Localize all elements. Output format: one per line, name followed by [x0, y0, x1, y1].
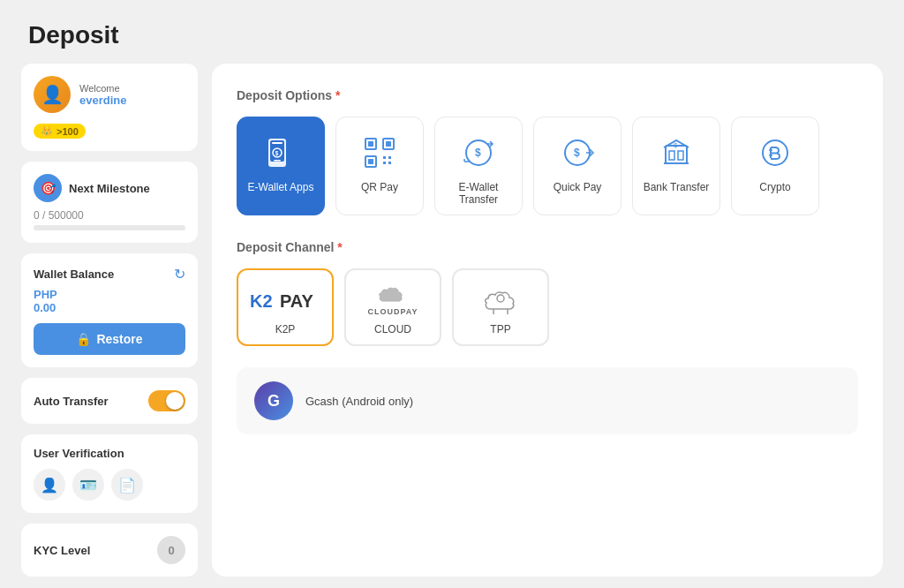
restore-button[interactable]: 🔒 Restore [34, 323, 185, 355]
cloud-label: CLOUD [374, 323, 411, 335]
tpp-logo [481, 284, 520, 316]
verification-label: User Verification [34, 447, 185, 460]
doc-verif-icon: 📄 [111, 469, 143, 501]
cloud-logo: CLOUDPAY [367, 284, 418, 316]
milestone-label: Next Milestone [69, 182, 150, 195]
svg-rect-14 [383, 162, 386, 164]
vip-badge: 👑 >100 [34, 124, 86, 139]
milestone-card: 🎯 Next Milestone 0 / 500000 [21, 162, 198, 243]
verification-card: User Verification 👤 🪪 📄 [21, 434, 198, 513]
milestone-progress: 0 / 500000 [34, 209, 185, 222]
svg-text:PAY: PAY [280, 291, 313, 311]
deposit-options: $ E-Wallet Apps [237, 117, 858, 215]
user-info-card: 👤 Welcome everdine 👑 >100 [21, 64, 198, 151]
svg-point-32 [497, 295, 504, 302]
svg-rect-9 [386, 141, 391, 147]
channel-cloud[interactable]: CLOUDPAY CLOUD [344, 268, 441, 346]
k2p-logo: K2 PAY [250, 284, 320, 316]
option-bank-transfer[interactable]: $ Bank Transfer [632, 117, 720, 215]
svg-rect-12 [383, 156, 386, 159]
deposit-channels: Deposit Channel * K2 PAY K2P [237, 240, 858, 346]
option-crypto[interactable]: Crypto [731, 117, 819, 215]
auto-transfer-card: Auto Transfer [21, 378, 198, 424]
auto-transfer-label: Auto Transfer [34, 395, 109, 408]
ewallet-transfer-label: E-Wallet Transfer [442, 181, 515, 206]
bank-transfer-label: Bank Transfer [644, 181, 710, 193]
restore-icon: 🔒 [76, 332, 91, 346]
bank-transfer-icon: $ [655, 132, 697, 174]
svg-rect-16 [386, 159, 388, 162]
gcash-label: Gcash (Android only) [305, 395, 413, 408]
svg-text:$: $ [475, 147, 481, 159]
channel-options: K2 PAY K2P CLOUDPAY CLOUD [237, 268, 858, 346]
svg-rect-24 [678, 151, 683, 160]
quick-pay-icon: $ [556, 132, 599, 174]
svg-rect-5 [274, 160, 281, 162]
wallet-card: Wallet Balance ↻ PHP 0.00 🔒 Restore [21, 253, 198, 367]
refresh-icon[interactable]: ↻ [174, 266, 185, 283]
tpp-label: TPP [490, 323, 510, 335]
svg-text:$: $ [674, 141, 678, 149]
channel-tpp[interactable]: TPP [452, 268, 549, 346]
avatar: 👤 [34, 76, 71, 113]
svg-rect-11 [368, 159, 373, 164]
gcash-logo: G [254, 381, 293, 420]
svg-text:$: $ [275, 150, 279, 157]
username: everdine [79, 94, 126, 107]
kyc-badge: 0 [157, 536, 185, 564]
option-quick-pay[interactable]: $ Quick Pay [533, 117, 622, 215]
wallet-amount: 0.00 [34, 301, 185, 314]
deposit-channel-title: Deposit Channel * [237, 240, 858, 254]
option-ewallet-transfer[interactable]: $ E-Wallet Transfer [434, 117, 523, 215]
page-title: Deposit [0, 0, 904, 64]
svg-rect-7 [368, 141, 373, 147]
svg-text:$: $ [574, 147, 580, 159]
k2p-label: K2P [275, 323, 296, 335]
ewallet-apps-icon: $ [260, 132, 302, 174]
crown-icon: 👑 [41, 125, 53, 137]
id-verif-icon: 🪪 [72, 469, 104, 501]
svg-rect-23 [669, 151, 674, 160]
qr-pay-label: QR Pay [361, 181, 398, 193]
ewallet-apps-label: E-Wallet Apps [248, 181, 314, 193]
channel-k2p[interactable]: K2 PAY K2P [237, 268, 334, 346]
option-qr-pay[interactable]: QR Pay [335, 117, 424, 215]
kyc-card: KYC Level 0 [21, 524, 198, 577]
gcash-section[interactable]: G Gcash (Android only) [237, 367, 858, 434]
option-ewallet-apps[interactable]: $ E-Wallet Apps [237, 117, 325, 215]
deposit-options-title: Deposit Options * [237, 88, 858, 102]
main-content: Deposit Options * $ E-Wallet Apps [212, 64, 883, 577]
wallet-label: Wallet Balance [34, 268, 114, 281]
crypto-icon [754, 132, 796, 174]
svg-rect-15 [388, 162, 391, 164]
wallet-currency: PHP [34, 288, 185, 301]
qr-pay-icon [358, 132, 401, 174]
person-verif-icon: 👤 [34, 469, 65, 501]
crypto-label: Crypto [759, 181, 790, 193]
sidebar: 👤 Welcome everdine 👑 >100 🎯 Next Milesto… [21, 64, 198, 577]
svg-text:K2: K2 [250, 291, 273, 311]
milestone-icon: 🎯 [34, 174, 62, 202]
kyc-label: KYC Level [34, 544, 90, 557]
svg-rect-2 [272, 142, 282, 144]
ewallet-transfer-icon: $ [457, 132, 500, 174]
progress-bar [34, 225, 185, 230]
quick-pay-label: Quick Pay [554, 181, 602, 193]
welcome-label: Welcome [79, 83, 126, 94]
svg-rect-13 [388, 156, 391, 159]
auto-transfer-toggle[interactable] [148, 390, 185, 411]
